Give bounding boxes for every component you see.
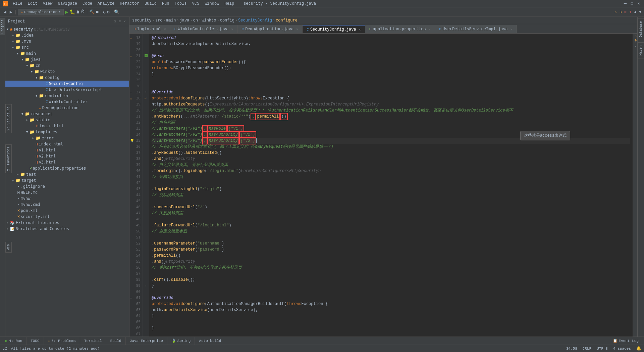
tab-close-winkto[interactable]: ✕ [231, 27, 233, 31]
vcs-icon[interactable]: ⎇ [3, 346, 7, 351]
charset[interactable]: UTF-8 [597, 347, 608, 351]
menu-run[interactable]: Run [159, 1, 172, 7]
tree-item-help-md[interactable]: M HELP.md [5, 189, 129, 195]
favorites-tab[interactable]: 2: Favorites [5, 144, 12, 173]
menu-help[interactable]: Help [222, 1, 237, 7]
menu-analyze[interactable]: Analyze [95, 1, 117, 7]
bottom-tab-problems[interactable]: ⚠ 6: Problems [44, 337, 80, 345]
gear-icon[interactable]: ⚙ [113, 18, 117, 24]
breadcrumb-configure[interactable]: configure [276, 18, 298, 23]
code-content[interactable]: @Autowired UserDetailsServiceImpl userDe… [149, 34, 633, 337]
maximize-button[interactable]: □ [629, 1, 635, 6]
tree-item-controller[interactable]: ▼ 📁 controller [5, 93, 129, 99]
tree-item-templates[interactable]: ▼ 📁 templates [5, 129, 129, 135]
tree-item-static[interactable]: ▶ 📁 static [5, 117, 129, 123]
bottom-tab-todo[interactable]: TODO [26, 337, 44, 345]
tree-item-mvn[interactable]: ▶ 📁 .mvn [5, 38, 129, 44]
menu-vcs[interactable]: VCS [190, 1, 202, 7]
breadcrumb-config[interactable]: config [220, 18, 234, 23]
tree-item-src[interactable]: ▼ 📁 src [5, 44, 129, 50]
menu-tools[interactable]: Tools [172, 1, 190, 7]
arrow-down-icon[interactable]: ▼ [639, 10, 641, 14]
tree-item-userdetailsserviceimpl[interactable]: C UserDetailsServiceImpl [5, 87, 129, 93]
tree-item-mvnw-cmd[interactable]: · mvnw.cmd [5, 202, 129, 208]
tab-application-properties[interactable]: P application.properties ✕ [365, 25, 435, 33]
tree-item-v2-html[interactable]: H v2.html [5, 153, 129, 159]
tree-item-java[interactable]: ▼ 📁 java [5, 56, 129, 62]
forward-icon[interactable]: ▶ [9, 9, 13, 15]
breadcrumb-security[interactable]: security [132, 18, 152, 23]
breadcrumb-winkto[interactable]: winkto [202, 18, 216, 23]
bottom-tab-spring[interactable]: 🍃 Spring [167, 337, 195, 345]
tab-close-prop[interactable]: ✕ [429, 27, 431, 31]
bottom-tab-terminal[interactable]: Terminal [80, 337, 106, 345]
sort-icon[interactable]: ≡ [118, 19, 122, 24]
breadcrumb-main[interactable]: main [166, 18, 176, 23]
tree-item-winktocontroller[interactable]: C WinktoController [5, 99, 129, 105]
tree-item-mvnw[interactable]: · mvnw [5, 195, 129, 202]
breadcrumb-securityconfig[interactable]: SecurityConfig [238, 18, 272, 23]
menu-build[interactable]: Build [142, 1, 159, 7]
bottom-tab-build[interactable]: Build [106, 337, 126, 345]
stop-button[interactable]: ■ [96, 9, 99, 14]
database-tab[interactable]: Database [638, 18, 644, 40]
tab-login-html[interactable]: H login.html ✕ [129, 25, 170, 33]
tree-item-scratches[interactable]: ▶ 📝 Scratches and Consoles [5, 226, 129, 232]
menu-navigate[interactable]: Navigate [55, 1, 80, 7]
menu-file[interactable]: File [10, 1, 25, 7]
tree-item-winkto[interactable]: ▼ 📁 winkto [5, 69, 129, 75]
search-everywhere-button[interactable]: 🔍 [114, 9, 119, 15]
bottom-tab-java-enterprise[interactable]: Java Enterprise [126, 337, 167, 345]
menu-refactor[interactable]: Refactor [117, 1, 142, 7]
tree-item-v1-html[interactable]: H v1.html [5, 147, 129, 153]
maven-tab[interactable]: Maven [638, 42, 644, 58]
breadcrumb-cn[interactable]: cn [193, 18, 198, 23]
tab-close-login[interactable]: ✕ [164, 27, 166, 31]
menu-code[interactable]: Code [80, 1, 95, 7]
project-icon[interactable]: Project [0, 18, 5, 35]
run-config-dropdown[interactable]: ☕ DemoApplication ▾ [18, 9, 64, 15]
back-icon[interactable]: ◀ [3, 9, 7, 15]
tab-winktocontroller[interactable]: C WinktoController.java ✕ [170, 25, 238, 33]
menu-view[interactable]: View [40, 1, 55, 7]
line-separator[interactable]: CRLF [583, 347, 591, 351]
indent-info[interactable]: 4 spaces [613, 347, 631, 351]
tree-item-cn[interactable]: ▼ 📁 cn [5, 62, 129, 69]
tree-item-idea[interactable]: ▶ 📁 .idea [5, 32, 129, 38]
tree-item-securityconfig[interactable]: C SecurityConfig [5, 81, 129, 87]
tab-userdetailsserviceimpl[interactable]: C UserDetailsServiceImpl.java ✕ [435, 25, 517, 33]
tree-item-index-html[interactable]: H index.html [5, 141, 129, 147]
settings-button[interactable]: ⚙ [107, 9, 110, 15]
tree-item-gitignore[interactable]: · .gitignore [5, 183, 129, 189]
build-button[interactable]: 🔨 [89, 9, 95, 15]
tree-item-config[interactable]: ▼ 📁 config [5, 75, 129, 81]
tree-item-login-html[interactable]: H login.html [5, 123, 129, 129]
run-button[interactable]: ▶ [65, 9, 68, 15]
menu-window[interactable]: Window [202, 1, 222, 7]
web-tab[interactable]: Web [5, 242, 12, 253]
bottom-tab-run[interactable]: ▶ 4: Run [1, 337, 26, 345]
tree-item-security-iml[interactable]: X security.iml [5, 214, 129, 220]
minimize-button[interactable]: ─ [623, 1, 628, 6]
debug-button[interactable]: 🐛 [69, 9, 75, 15]
event-log-button[interactable]: 📋 Event Log [609, 338, 643, 344]
close-button[interactable]: ✕ [636, 1, 641, 6]
tree-item-demoapplication[interactable]: ☕ DemoApplication [5, 105, 129, 111]
tab-demoapplication[interactable]: C DemoApplication.java ✕ [238, 25, 303, 33]
tree-item-v3-html[interactable]: H v3.html [5, 159, 129, 165]
tree-item-pom-xml[interactable]: X pom.xml [5, 208, 129, 214]
tree-item-external-libraries[interactable]: ▶ 📚 External Libraries [5, 220, 129, 226]
profile-button[interactable]: ⏱ [80, 9, 85, 14]
bottom-tab-auto-build[interactable]: Auto-build [195, 337, 225, 345]
tree-item-target[interactable]: ▶ 📁 target [5, 177, 129, 183]
close-panel-icon[interactable]: ✕ [123, 18, 126, 24]
arrow-up-icon[interactable]: ▲ [634, 10, 637, 14]
tab-securityconfig[interactable]: C SecurityConfig.java ✕ [303, 25, 365, 33]
tree-item-security[interactable]: ▼ ◉ security D:\ITEM\security [5, 26, 129, 32]
tree-item-resources[interactable]: ▼ 📁 resources [5, 111, 129, 117]
menu-edit[interactable]: Edit [25, 1, 40, 7]
breadcrumb-java[interactable]: java [180, 18, 190, 23]
tab-close-security[interactable]: ✕ [359, 28, 361, 32]
tree-item-test[interactable]: ▶ 📁 test [5, 171, 129, 177]
tab-close-demo[interactable]: ✕ [296, 27, 298, 31]
